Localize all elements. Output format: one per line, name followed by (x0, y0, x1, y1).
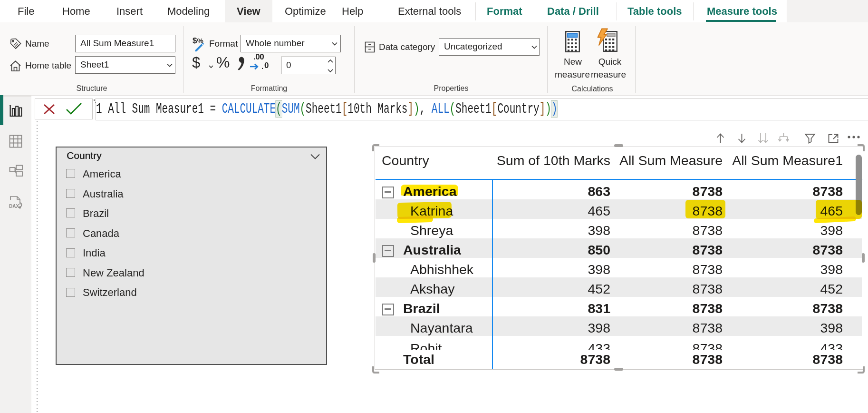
svg-text:DAX: DAX (9, 204, 19, 209)
